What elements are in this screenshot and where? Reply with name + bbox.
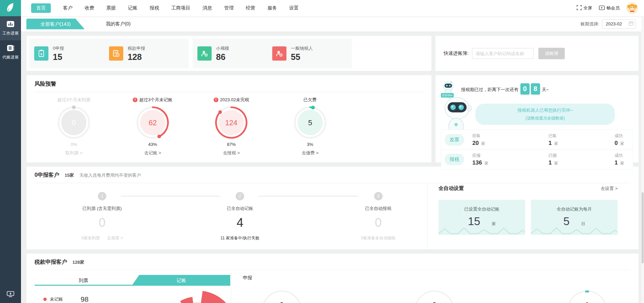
download-icon — [7, 291, 14, 298]
gauge-percent: 3% — [271, 142, 350, 147]
robot-countdown-row: 全自动AI 报税期已过，距离下一次还有 08 天~ — [435, 80, 639, 98]
go-settings-link[interactable]: 去设置 > — [601, 186, 618, 192]
stat-tax-declare[interactable]: 税款申报 128 — [109, 45, 184, 62]
quick-entry-input[interactable] — [472, 48, 534, 59]
tab-my-customers[interactable]: 我的客户(0) — [93, 21, 144, 27]
nav-tax-filing[interactable]: 报税 — [150, 5, 159, 11]
cell-success: 成功 1家 — [606, 153, 633, 166]
go-bookkeeping-link[interactable]: 去记账 > — [113, 150, 192, 156]
pie-chart — [153, 280, 241, 303]
tax-robot-card: 全自动AI 报税期已过，距离下一次还有 08 天~ — [435, 75, 639, 163]
heartbeat-decoration — [438, 226, 525, 235]
risk-gauges: 超过3个月未到票 0 0% 取到票 > !超过3个月未记账 62 43% 去记账… — [35, 97, 349, 156]
nav-customers[interactable]: 客户 — [63, 5, 72, 11]
preparing-auto-tax-count: 0家准备全自动报税 — [331, 235, 426, 241]
customer-tabbar: 全部客户(143) 我的客户(0) 账期选择: 2023-02 — [21, 16, 644, 32]
period-selector: 账期选择: 2023-02 — [580, 19, 636, 29]
gauge-fee-owed: 已欠费 5 3% 去缴费 > — [271, 97, 350, 156]
nav-operations[interactable]: 经营 — [246, 5, 255, 11]
legend-label: 未记账 — [50, 296, 63, 302]
tab-invoice-arrival[interactable]: 到票 — [35, 275, 132, 285]
period-picker[interactable]: 2023-02 — [602, 19, 636, 29]
zero-declare-steps: 1 已到票 (含无需到票) 0 0家未到票 去催票 > 2 已全自动记账 4 1… — [35, 192, 427, 249]
nav-management[interactable]: 管理 — [224, 5, 234, 11]
legend-dot-red — [43, 298, 47, 301]
risk-title: 风险预警 — [35, 81, 423, 88]
gauge-percent: 43% — [113, 142, 192, 147]
bubble-line-2: (该数据显示全国数据) — [479, 115, 611, 121]
zero-declare-count: 15家 — [65, 172, 74, 178]
member-button[interactable]: 畅会员 — [599, 5, 620, 11]
gauge-title: !2023.02未完税 — [192, 97, 271, 103]
gauge-title: 超过3个月未到票 — [35, 97, 113, 103]
stat-value: 128 — [128, 52, 145, 62]
svg-text:0: 0 — [72, 118, 76, 127]
calendar-icon — [629, 21, 634, 27]
nav-bookkeeping[interactable]: 记账 — [128, 5, 137, 11]
go-tax-filing-link[interactable]: 去报税 > — [192, 150, 271, 156]
ledger-icon — [7, 45, 14, 52]
cell-filed: 已报 1家 — [540, 153, 606, 166]
quick-entry-label: 快速进账簿: — [444, 50, 469, 57]
download-client-button[interactable] — [0, 291, 21, 298]
app-logo[interactable] — [0, 0, 21, 16]
nav-services[interactable]: 服务 — [267, 5, 277, 11]
sidebar-item-work-progress[interactable]: 工作进展 — [0, 16, 21, 40]
declare-progress-panel: 申报 0 已申报 → 0 客户已确认 — [231, 270, 630, 303]
fullscreen-button[interactable]: 全屏 — [577, 5, 592, 11]
stat-zero-declare[interactable]: 0 0申报 15 — [34, 45, 109, 62]
row-label-invoice: 发票 — [445, 134, 464, 146]
declare-step-paid: 1 已缴款 — [567, 290, 607, 303]
nav-settings[interactable]: 设置 — [289, 5, 299, 11]
step-invoice-arrived: 1 已到票 (含无需到票) 0 0家未到票 去催票 > — [55, 192, 150, 241]
countdown-digit: 0 — [520, 83, 530, 94]
tax-declare-count: 128家 — [72, 259, 84, 265]
step-number-badge: 1 — [98, 192, 106, 200]
urge-invoice-link[interactable]: 去催票 > — [107, 236, 123, 240]
zero-declare-icon: 0 — [34, 46, 48, 61]
row-label-tax: 报税 — [445, 154, 464, 165]
table-row-tax: 报税 应报 136家 已报 1家 成功 — [441, 150, 633, 169]
zero-declare-title: 0申报客户 — [35, 172, 59, 179]
go-pay-fee-link[interactable]: 去缴费 > — [271, 150, 350, 156]
customer-stats-card: 0 0申报 15 税款申报 128 — [26, 36, 431, 71]
fullscreen-icon — [577, 5, 582, 11]
nav-business-projects[interactable]: 工商项目 — [171, 5, 190, 11]
nav-messages[interactable]: 消息 — [202, 5, 212, 11]
get-invoice-link[interactable]: 取到票 > — [35, 150, 113, 156]
main-area: 全部客户(143) 我的客户(0) 账期选择: 2023-02 0 — [21, 16, 644, 303]
nav-invoices[interactable]: 票据 — [106, 5, 116, 11]
auto-bookkeeping-day-card: 全自动记账为每月 5日 — [531, 200, 618, 235]
quick-entry-card: 快速进账簿: 进账簿 — [435, 36, 639, 71]
period-value: 2023-02 — [606, 21, 629, 26]
countdown-digit: 8 — [531, 83, 540, 94]
robot-speech-bubble: 报税机器人已帮您执行完毕~ (该数据显示全国数据) — [475, 104, 615, 125]
gauge-ring: 62 — [113, 104, 192, 142]
stat-general-taxpayer[interactable]: 一般纳税人 55 — [272, 45, 347, 62]
auto-settings-title: 全自动设置 — [438, 185, 464, 192]
nav-fees[interactable]: 收费 — [85, 5, 94, 11]
step-number-badge: 3 — [374, 192, 383, 200]
stat-small-scale[interactable]: 小规模 86 — [197, 45, 272, 62]
zero-declare-desc: 无收入且每月费用均不变的客户 — [79, 172, 141, 178]
video-member-icon — [599, 5, 605, 11]
tax-declare-icon — [109, 46, 123, 61]
user-avatar[interactable] — [626, 2, 638, 14]
sidebar-item-agency-progress[interactable]: 代账进展 — [0, 40, 21, 64]
gauge-percent: 0% — [35, 142, 113, 147]
scrollbar[interactable] — [641, 16, 644, 303]
alert-icon: ! — [214, 98, 218, 102]
gauge-tax-unfinished: !2023.02未完税 124 87% 去报税 > — [192, 97, 271, 156]
nav-home[interactable]: 首页 — [31, 3, 51, 13]
svg-text:0: 0 — [40, 52, 42, 56]
top-nav: 首页 客户 收费 票据 记账 报税 工商项目 消息 管理 经营 服务 设置 — [31, 3, 299, 13]
gauge-no-bookkeeping-3m: !超过3个月未记账 62 43% 去记账 > — [113, 97, 192, 156]
scrollbar-thumb[interactable] — [642, 192, 644, 263]
tab-all-customers[interactable]: 全部客户(143) — [26, 19, 85, 29]
stat-label: 0申报 — [53, 45, 64, 51]
enter-ledger-button[interactable]: 进账簿 — [538, 48, 565, 59]
alert-icon: ! — [133, 98, 137, 102]
svg-text:62: 62 — [149, 118, 157, 127]
declare-step-declared: 0 已申报 — [262, 290, 302, 303]
step-number-badge: 2 — [236, 192, 244, 200]
